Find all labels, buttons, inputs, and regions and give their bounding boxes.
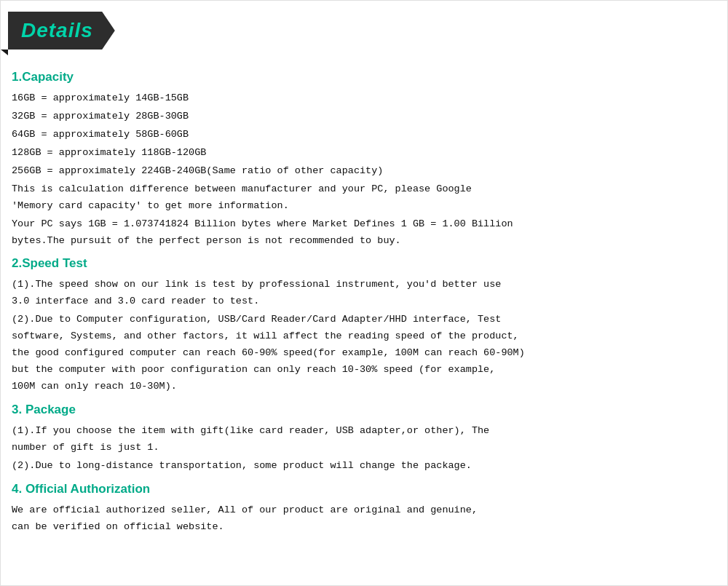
section-package: 3. Package (1).If you choose the item wi… bbox=[12, 403, 716, 475]
capacity-line-1: 16GB = approximately 14GB-15GB bbox=[12, 90, 716, 107]
section-capacity: 1.Capacity 16GB = approximately 14GB-15G… bbox=[12, 70, 716, 249]
capacity-line-7: Your PC says 1GB = 1.073741824 Billion b… bbox=[12, 216, 716, 250]
capacity-line-3: 64GB = approximately 58GB-60GB bbox=[12, 127, 716, 143]
section-capacity-body: 16GB = approximately 14GB-15GB 32GB = ap… bbox=[12, 90, 716, 249]
capacity-line-4: 128GB = approximately 118GB-120GB bbox=[12, 145, 716, 162]
section-package-heading: 3. Package bbox=[12, 403, 716, 417]
details-banner: Details bbox=[8, 12, 115, 50]
section-speed-test-heading: 2.Speed Test bbox=[12, 256, 716, 271]
speed-test-line-1: (1).The speed show on our link is test b… bbox=[12, 277, 716, 310]
package-line-2: (2).Due to long-distance transportation,… bbox=[12, 458, 716, 475]
section-official-authorization: 4. Official Authorization We are officia… bbox=[12, 482, 716, 536]
page-container: Details 1.Capacity 16GB = approximately … bbox=[0, 0, 728, 586]
banner-fold-shadow bbox=[1, 50, 8, 55]
section-speed-test-body: (1).The speed show on our link is test b… bbox=[12, 277, 716, 395]
package-line-1: (1).If you choose the item with gift(lik… bbox=[12, 423, 716, 456]
capacity-line-2: 32GB = approximately 28GB-30GB bbox=[12, 108, 716, 125]
banner-background: Details bbox=[8, 12, 115, 50]
speed-test-line-2: (2).Due to Computer configuration, USB/C… bbox=[12, 312, 716, 395]
content-area: 1.Capacity 16GB = approximately 14GB-15G… bbox=[1, 70, 727, 555]
official-authorization-line-1: We are official authorized seller, All o… bbox=[12, 502, 716, 536]
section-official-authorization-body: We are official authorized seller, All o… bbox=[12, 502, 716, 536]
capacity-line-5: 256GB = approximately 224GB-240GB(Same r… bbox=[12, 163, 716, 180]
section-package-body: (1).If you choose the item with gift(lik… bbox=[12, 423, 716, 475]
section-speed-test: 2.Speed Test (1).The speed show on our l… bbox=[12, 256, 716, 395]
section-capacity-heading: 1.Capacity bbox=[12, 70, 716, 84]
banner-title: Details bbox=[21, 19, 93, 41]
capacity-line-6: This is calculation difference between m… bbox=[12, 181, 716, 215]
section-official-authorization-heading: 4. Official Authorization bbox=[12, 482, 716, 496]
